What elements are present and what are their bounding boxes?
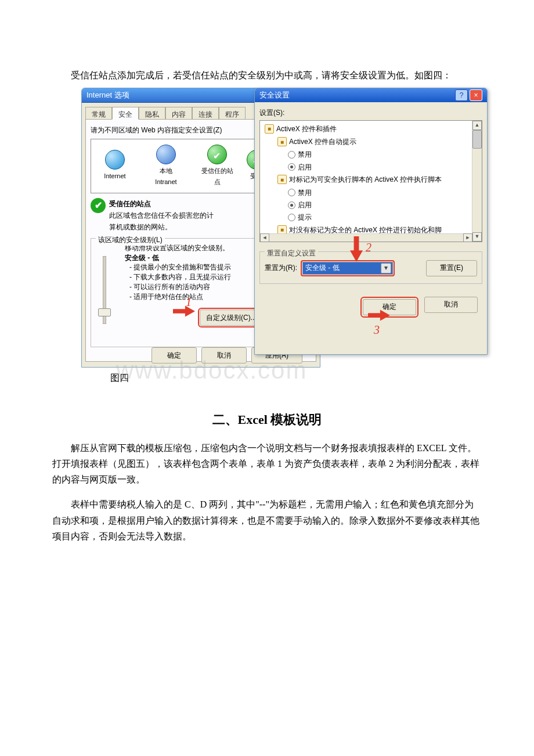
annotation-2: 2	[366, 237, 371, 257]
tab-privacy[interactable]: 隐私	[139, 107, 165, 120]
trusted-heading: 受信任的站点	[109, 200, 151, 208]
opt-prompt-label: 提示	[298, 211, 312, 223]
activex-icon: ■	[277, 137, 287, 146]
close-icon[interactable]: ×	[470, 89, 482, 101]
tab-content[interactable]: 内容	[165, 107, 192, 120]
sec-cancel-button[interactable]: 取消	[424, 297, 478, 313]
tab-general[interactable]: 常规	[85, 107, 112, 120]
safe-script-label: 对标记为可安全执行脚本的 ActiveX 控件执行脚本	[289, 174, 442, 185]
opt-disable[interactable]: 禁用	[288, 149, 481, 160]
trusted-desc-2: 算机或数据的网站。	[109, 223, 172, 231]
scroll-thumb[interactable]	[472, 130, 482, 149]
sec-title-bar: 安全设置 ? ×	[255, 88, 487, 102]
tab-connection[interactable]: 连接	[192, 107, 219, 120]
scroll-right-icon[interactable]: ►	[463, 233, 472, 242]
reset-button[interactable]: 重置(E)	[426, 260, 477, 276]
check-icon: ✔	[91, 198, 106, 213]
zone-intranet-label-1: 本地	[160, 165, 172, 177]
zone-trusted-label-2: 点	[214, 177, 221, 188]
settings-tree[interactable]: ■ActiveX 控件和插件 ■ActiveX 控件自动提示 禁用 启用 ■对标…	[259, 120, 482, 242]
help-icon[interactable]: ?	[455, 89, 468, 101]
scroll-left-icon[interactable]: ◄	[260, 233, 269, 242]
opt-enable[interactable]: 启用	[288, 199, 481, 211]
security-slider-handle[interactable]	[98, 308, 111, 316]
combo-highlight: 安全级 - 低	[301, 260, 395, 276]
opt-enable[interactable]: 启用	[288, 161, 481, 173]
activex-root-icon: ■	[265, 124, 274, 134]
ie-cancel-button[interactable]: 取消	[201, 347, 247, 363]
reset-combo[interactable]: 安全级 - 低	[302, 262, 393, 275]
svg-marker-2	[368, 310, 390, 321]
opt-disable-label: 禁用	[298, 149, 312, 160]
opt-enable-label: 启用	[298, 199, 312, 211]
internet-icon	[105, 150, 125, 170]
zone-internet-label: Internet	[104, 171, 125, 182]
intro-paragraph: 受信任站点添加完成后，若受信任站点的安全级别为中或高，请将安全级设置为低。如图四…	[52, 67, 482, 83]
paragraph-2: 解压从官网下载的模板压缩包，压缩包内含一个说明文档与一个财务报表填报表样的 EX…	[52, 440, 482, 488]
opt-disable-label: 禁用	[298, 187, 312, 199]
opt-prompt[interactable]: 提示	[288, 211, 481, 223]
svg-marker-1	[350, 236, 363, 262]
section-2-heading: 二、Excel 模板说明	[52, 409, 482, 430]
reset-label: 重置为(R):	[265, 262, 297, 273]
zone-internet[interactable]: Internet	[95, 150, 135, 182]
paragraph-3: 表样中需要纳税人输入的是 C、D 两列，其中"--"为标题栏，无需用户输入；红色…	[52, 496, 482, 544]
scroll-up-icon[interactable]: ▲	[472, 121, 482, 130]
opt-disable[interactable]: 禁用	[288, 187, 481, 199]
arrow-2-icon	[348, 236, 365, 262]
sec-title-text: 安全设置	[259, 89, 290, 102]
tab-security[interactable]: 安全	[112, 107, 139, 120]
scroll-down-icon[interactable]: ▼	[472, 232, 482, 242]
ie-ok-button[interactable]: 确定	[151, 347, 197, 363]
figure-caption: 图四	[110, 370, 482, 386]
opt-enable-label: 启用	[298, 161, 312, 173]
settings-label: 设置(S):	[259, 107, 482, 118]
level-label: 安全级 - 低	[125, 254, 159, 262]
custom-level-button[interactable]: 自定义级别(C)...	[200, 309, 263, 326]
annotation-3: 3	[374, 320, 380, 340]
annotation-1: 1	[186, 292, 192, 312]
reset-legend: 重置自定义设置	[265, 247, 318, 259]
zone-intranet-label-2: Intranet	[155, 177, 176, 188]
zone-trusted[interactable]: 受信任的站 点	[197, 145, 237, 187]
trusted-icon	[207, 145, 227, 164]
activex-icon: ■	[277, 175, 287, 184]
figure-four: Internet 选项 常规 安全 隐私 内容 连接 程序 请为不同区域的 We…	[81, 88, 482, 386]
trusted-desc-1: 此区域包含您信任不会损害您的计	[109, 211, 214, 219]
tab-programs[interactable]: 程序	[219, 107, 246, 120]
arrow-1-icon	[173, 304, 195, 318]
security-level-legend: 该区域的安全级别(L)	[96, 234, 165, 246]
vertical-scrollbar[interactable]: ▲ ▼	[472, 121, 482, 242]
intranet-icon	[156, 145, 176, 164]
zone-intranet[interactable]: 本地 Intranet	[146, 145, 186, 187]
auto-prompt-label: ActiveX 控件自动提示	[289, 136, 356, 147]
tree-root-label: ActiveX 控件和插件	[276, 123, 337, 135]
zone-trusted-label-1: 受信任的站	[201, 165, 233, 177]
svg-marker-0	[173, 306, 195, 317]
